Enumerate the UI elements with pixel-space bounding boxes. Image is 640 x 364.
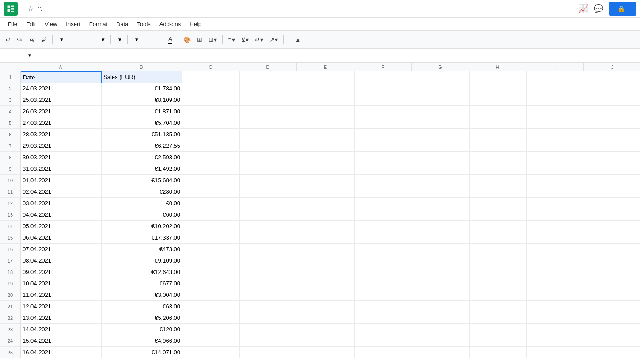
cell-empty-r3-c9[interactable] — [527, 94, 584, 106]
cell-empty-r20-c6[interactable] — [355, 289, 412, 301]
cell-empty-r24-c5[interactable] — [297, 335, 355, 347]
cell-empty-r18-c9[interactable] — [527, 266, 584, 278]
cell-a7[interactable]: 29.03.2021 — [21, 140, 102, 152]
cell-empty-r4-c7[interactable] — [412, 106, 470, 117]
cell-empty-r18-c5[interactable] — [297, 266, 355, 278]
menu-tools[interactable]: Tools — [133, 19, 155, 29]
cell-empty-r18-c8[interactable] — [470, 266, 527, 278]
cell-empty-r2-c4[interactable] — [240, 83, 297, 94]
cell-empty-r15-c5[interactable] — [297, 232, 355, 244]
cell-empty-r18-c6[interactable] — [355, 266, 412, 278]
cell-empty-r5-c4[interactable] — [240, 117, 297, 129]
cell-empty-r17-c8[interactable] — [470, 255, 527, 266]
cell-empty-r23-c9[interactable] — [527, 324, 584, 335]
cell-empty-r18-c4[interactable] — [240, 266, 297, 278]
cell-empty-r2-c5[interactable] — [297, 83, 355, 94]
menu-help[interactable]: Help — [185, 19, 206, 29]
col-header-d[interactable]: D — [239, 63, 297, 71]
cell-empty-r3-c5[interactable] — [297, 94, 355, 106]
cell-empty-r11-c7[interactable] — [412, 186, 470, 198]
cell-b14[interactable]: €10,202.00 — [102, 221, 182, 232]
decimal-more-button[interactable] — [91, 38, 96, 41]
cell-empty-r22-c5[interactable] — [297, 312, 355, 324]
cell-empty-r9-c7[interactable] — [412, 163, 470, 175]
cell-empty-r10-c9[interactable] — [527, 175, 584, 186]
cell-b5[interactable]: €5,704.00 — [102, 117, 182, 129]
cell-empty-r6-c4[interactable] — [240, 129, 297, 140]
cell-empty-r15-c6[interactable] — [355, 232, 412, 244]
cell-empty-r10-c4[interactable] — [240, 175, 297, 186]
row-num-9[interactable]: 9 — [0, 163, 20, 175]
cell-a3[interactable]: 25.03.2021 — [21, 94, 102, 106]
font-family-selector[interactable]: ▾ — [114, 35, 125, 44]
cell-b1[interactable]: Sales (EUR) — [102, 71, 182, 83]
cell-a2[interactable]: 24.03.2021 — [21, 83, 102, 94]
cell-empty-r14-c8[interactable] — [470, 221, 527, 232]
cell-empty-r21-c9[interactable] — [527, 301, 584, 312]
star-icon[interactable]: ☆ — [27, 4, 34, 13]
cell-empty-r5-c6[interactable] — [355, 117, 412, 129]
cell-empty-r19-c6[interactable] — [355, 278, 412, 289]
col-header-g[interactable]: G — [412, 63, 469, 71]
col-header-h[interactable]: H — [469, 63, 526, 71]
cell-b20[interactable]: €3,004.00 — [102, 289, 182, 301]
cell-empty-r23-c6[interactable] — [355, 324, 412, 335]
row-num-15[interactable]: 15 — [0, 232, 20, 244]
cell-a14[interactable]: 05.04.2021 — [21, 221, 102, 232]
format-selector[interactable]: ▾ — [97, 35, 108, 44]
cell-empty-r11-c3[interactable] — [182, 186, 240, 198]
cell-empty-r24-c4[interactable] — [240, 335, 297, 347]
cell-empty-r22-c9[interactable] — [527, 312, 584, 324]
cell-empty-r10-c7[interactable] — [412, 175, 470, 186]
cell-empty-r2-c10[interactable] — [584, 83, 640, 94]
cell-b21[interactable]: €63.00 — [102, 301, 182, 312]
cell-empty-r20-c8[interactable] — [470, 289, 527, 301]
cell-empty-r10-c10[interactable] — [584, 175, 640, 186]
cell-empty-r17-c4[interactable] — [240, 255, 297, 266]
cell-empty-r22-c8[interactable] — [470, 312, 527, 324]
cell-a5[interactable]: 27.03.2021 — [21, 117, 102, 129]
cell-empty-r9-c9[interactable] — [527, 163, 584, 175]
cell-empty-r16-c7[interactable] — [412, 244, 470, 255]
cell-empty-r25-c10[interactable] — [584, 347, 640, 358]
menu-insert[interactable]: Insert — [61, 19, 85, 29]
trending-icon[interactable]: 📈 — [579, 4, 588, 14]
cell-empty-r12-c3[interactable] — [182, 198, 240, 209]
cell-a11[interactable]: 02.04.2021 — [21, 186, 102, 198]
cell-empty-r15-c8[interactable] — [470, 232, 527, 244]
cell-empty-r5-c10[interactable] — [584, 117, 640, 129]
cell-empty-r21-c5[interactable] — [297, 301, 355, 312]
cell-empty-r6-c6[interactable] — [355, 129, 412, 140]
cell-empty-r10-c8[interactable] — [470, 175, 527, 186]
cell-b24[interactable]: €4,966.00 — [102, 335, 182, 347]
cell-empty-r6-c9[interactable] — [527, 129, 584, 140]
cell-empty-r23-c4[interactable] — [240, 324, 297, 335]
cell-empty-r17-c7[interactable] — [412, 255, 470, 266]
cell-empty-r17-c5[interactable] — [297, 255, 355, 266]
cell-d1[interactable] — [240, 71, 297, 83]
cell-empty-r23-c10[interactable] — [584, 324, 640, 335]
cell-empty-r10-c5[interactable] — [297, 175, 355, 186]
cell-a15[interactable]: 06.04.2021 — [21, 232, 102, 244]
cell-empty-r2-c6[interactable] — [355, 83, 412, 94]
cell-empty-r7-c8[interactable] — [470, 140, 527, 152]
cell-empty-r9-c5[interactable] — [297, 163, 355, 175]
cell-reference[interactable]: ▾ — [0, 49, 35, 62]
cell-empty-r17-c10[interactable] — [584, 255, 640, 266]
more-options-button[interactable] — [286, 38, 292, 41]
cell-empty-r14-c4[interactable] — [240, 221, 297, 232]
cell-empty-r2-c7[interactable] — [412, 83, 470, 94]
cell-e1[interactable] — [297, 71, 355, 83]
cell-a21[interactable]: 12.04.2021 — [21, 301, 102, 312]
cell-empty-r20-c7[interactable] — [412, 289, 470, 301]
cell-empty-r12-c10[interactable] — [584, 198, 640, 209]
cell-a4[interactable]: 26.03.2021 — [21, 106, 102, 117]
cell-empty-r13-c6[interactable] — [355, 209, 412, 221]
cell-empty-r12-c8[interactable] — [470, 198, 527, 209]
borders-button[interactable]: ⊞ — [194, 34, 205, 45]
cell-empty-r25-c7[interactable] — [412, 347, 470, 358]
cell-empty-r8-c10[interactable] — [584, 152, 640, 163]
cell-empty-r16-c8[interactable] — [470, 244, 527, 255]
cell-empty-r12-c4[interactable] — [240, 198, 297, 209]
menu-edit[interactable]: Edit — [22, 19, 40, 29]
